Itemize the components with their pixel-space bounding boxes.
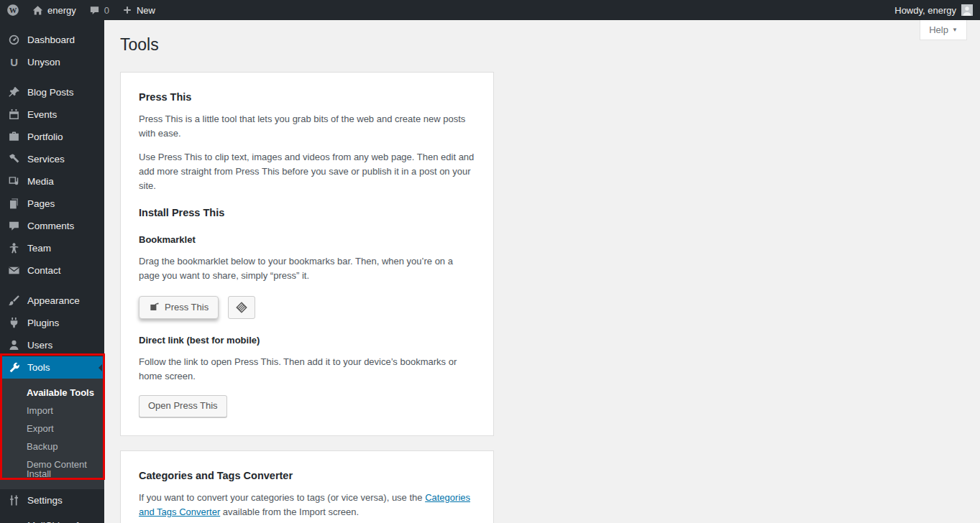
submenu-item-available-tools[interactable]: Available Tools [0,384,104,402]
sidebar-item-label: Services [27,154,65,165]
pressthis-icon [149,302,160,313]
sidebar-separator [0,512,104,519]
avatar [961,4,973,16]
sliders-icon [7,494,21,507]
sidebar-item-label: Comments [27,221,74,231]
sidebar-item-label: Unyson [27,57,60,68]
sidebar-item-blog-posts[interactable]: Blog Posts [0,81,104,103]
bookmarklet-code-button[interactable] [228,296,255,319]
sidebar-item-plugins[interactable]: Plugins [0,312,104,334]
admin-sidebar: Dashboard U Unyson Blog Posts Events Por… [0,20,104,523]
bookmarklet-description: Drag the bookmarklet below to your bookm… [139,254,475,283]
sidebar-item-label: Media [27,176,54,187]
sidebar-item-dashboard[interactable]: Dashboard [0,29,104,51]
submenu-item-label: Export [27,423,54,434]
press-this-card: Press This Press This is a little tool t… [120,72,494,436]
sidebar-item-label: Settings [27,495,63,506]
bookmarklet-buttons: Press This [139,296,475,319]
pushpin-icon [7,85,21,99]
sidebar-item-events[interactable]: Events [0,103,104,126]
howdy-text: Howdy, energy [894,5,956,16]
svg-text:W: W [9,6,17,14]
sidebar-item-appearance[interactable]: Appearance [0,290,104,312]
admin-bar: W energy 0 New Howdy, energy [0,0,980,20]
wordpress-logo-icon: W [6,4,19,17]
submenu-item-label: Demo Content Install [27,459,87,479]
user-icon [7,338,21,352]
site-name: energy [47,5,76,16]
open-press-this-label: Open Press This [148,399,218,412]
briefcase-icon [7,130,21,144]
sidebar-item-label: Users [27,340,52,351]
sidebar-item-comments[interactable]: Comments [0,215,104,237]
converter-text-after: available from the Import screen. [220,506,359,517]
direct-link-description: Follow the link to open Press This. Then… [139,355,475,384]
sidebar-item-label: Contact [27,265,61,276]
sidebar-separator [0,282,104,290]
help-label: Help [929,24,948,35]
sidebar-item-pages[interactable]: Pages [0,193,104,215]
sidebar-item-label: Appearance [27,295,80,306]
pages-icon [7,197,21,210]
new-menu[interactable]: New [116,0,162,20]
account-menu[interactable]: Howdy, energy [894,4,980,16]
media-icon [7,175,21,188]
submenu-item-label: Backup [27,441,58,452]
sidebar-item-portfolio[interactable]: Portfolio [0,126,104,148]
unyson-icon: U [7,55,21,69]
calendar-icon [7,108,21,121]
install-press-this-heading: Install Press This [139,207,475,218]
direct-link-heading: Direct link (best for mobile) [139,335,475,346]
svg-text:U: U [10,57,18,68]
submenu-item-export[interactable]: Export [0,420,104,438]
converter-text-before: If you want to convert your categories t… [139,492,425,503]
comment-bubble-icon [89,5,100,16]
sidebar-item-label: Events [27,109,57,120]
submenu-item-import[interactable]: Import [0,402,104,420]
sidebar-item-label: Dashboard [27,34,75,45]
sidebar-item-tools[interactable]: Tools [0,356,104,379]
sidebar-item-label: Pages [27,198,55,209]
comments-menu[interactable]: 0 [83,0,116,20]
home-icon [32,5,43,16]
press-this-description-2: Use Press This to clip text, images and … [139,150,475,193]
sidebar-item-services[interactable]: Services [0,148,104,170]
sidebar-item-label: Tools [27,362,50,373]
sidebar-item-settings[interactable]: Settings [0,489,104,512]
sidebar-item-media[interactable]: Media [0,170,104,193]
plug-icon [7,316,21,330]
sidebar-item-contact[interactable]: Contact [0,259,104,282]
new-label: New [137,5,155,16]
dashboard-icon [7,33,21,47]
tools-submenu: Available Tools Import Export Backup Dem… [0,379,104,489]
press-this-description-1: Press This is a little tool that lets yo… [139,112,475,141]
submenu-item-label: Import [27,405,53,416]
open-press-this-button[interactable]: Open Press This [139,395,227,417]
sidebar-item-label: Portfolio [27,131,63,142]
bookmarklet-heading: Bookmarklet [139,234,475,245]
sidebar-item-team[interactable]: Team [0,237,104,259]
sidebar-item-users[interactable]: Users [0,334,104,356]
person-access-icon [7,241,21,255]
chevron-down-icon: ▼ [952,27,958,33]
converter-description: If you want to convert your categories t… [139,491,475,519]
help-tab[interactable]: Help ▼ [920,20,967,40]
wordpress-logo-menu[interactable]: W [0,0,26,20]
sidebar-item-label: Team [27,243,51,254]
site-menu[interactable]: energy [26,0,83,20]
sidebar-separator [0,73,104,81]
sidebar-item-label: Blog Posts [27,87,74,98]
submenu-item-demo-content-install[interactable]: Demo Content Install [0,455,104,483]
sidebar-item-label: Plugins [27,318,59,328]
sidebar-item-mailchimp[interactable]: MailChimp for WP [0,519,104,523]
hammer-icon [7,152,21,166]
wrench-icon [7,361,21,374]
press-this-heading: Press This [139,91,475,103]
sidebar-item-unyson[interactable]: U Unyson [0,51,104,73]
main-content: Help ▼ Tools Press This Press This is a … [104,20,980,523]
plus-icon [122,5,132,15]
submenu-item-backup[interactable]: Backup [0,438,104,455]
submenu-arrow-icon [99,364,102,371]
press-this-bookmarklet-button[interactable]: Press This [139,296,219,319]
envelope-icon [7,264,21,277]
